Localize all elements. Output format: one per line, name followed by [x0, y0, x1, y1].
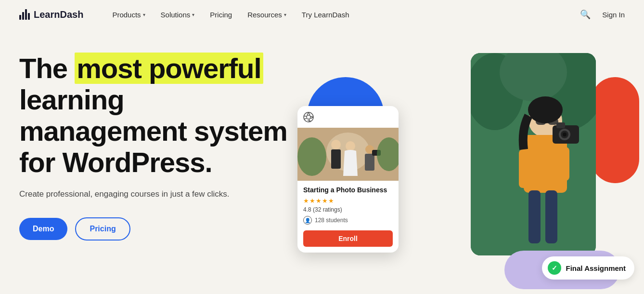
- hero-buttons: Demo Pricing: [19, 217, 289, 241]
- nav-try-learndash[interactable]: Try LearnDash: [302, 11, 349, 19]
- svg-rect-7: [557, 147, 569, 181]
- svg-rect-35: [365, 154, 374, 171]
- enroll-button[interactable]: Enroll: [303, 230, 393, 247]
- svg-point-31: [331, 140, 341, 149]
- card-course-image: [297, 128, 399, 181]
- hero-highlight: most powerful: [75, 53, 263, 84]
- hero-title: The most powerful learning management sy…: [19, 53, 289, 178]
- svg-point-38: [297, 137, 326, 176]
- chevron-down-icon: ▾: [143, 12, 145, 17]
- chevron-down-icon: ▾: [284, 12, 286, 17]
- svg-point-16: [528, 96, 563, 123]
- search-button[interactable]: 🔍: [578, 7, 592, 22]
- hero-subtitle: Create professional, engaging courses in…: [19, 188, 289, 200]
- check-icon: ✓: [548, 261, 561, 275]
- pricing-button[interactable]: Pricing: [75, 217, 130, 241]
- card-image-illustration: [297, 128, 399, 181]
- hero-right: Starting a Photo Business ★★★★★ 4.8 (32 …: [278, 29, 644, 294]
- sign-in-link[interactable]: Sign In: [602, 11, 625, 19]
- chevron-down-icon: ▾: [192, 12, 194, 17]
- svg-rect-32: [331, 149, 341, 169]
- camera-icon: [297, 106, 399, 128]
- svg-rect-17: [528, 190, 541, 243]
- red-blob-decoration: [591, 77, 639, 183]
- nav-products[interactable]: Products ▾: [112, 11, 145, 19]
- hero-left: The most powerful learning management sy…: [19, 39, 289, 294]
- svg-point-20: [307, 115, 310, 119]
- card-stars: ★★★★★: [297, 196, 399, 205]
- demo-button[interactable]: Demo: [19, 218, 67, 240]
- logo[interactable]: LearnDash: [19, 9, 83, 20]
- nav-pricing[interactable]: Pricing: [210, 11, 232, 19]
- svg-rect-6: [519, 149, 528, 188]
- logo-icon: [19, 9, 30, 20]
- nav-solutions[interactable]: Solutions ▾: [161, 11, 195, 19]
- card-rating: 4.8 (32 ratings): [297, 205, 399, 214]
- students-icon: 👤: [303, 216, 312, 225]
- svg-point-33: [346, 141, 355, 151]
- hero-section: The most powerful learning management sy…: [0, 29, 644, 294]
- search-icon: 🔍: [580, 10, 591, 19]
- svg-line-27: [304, 119, 307, 119]
- card-students: 👤 128 students: [297, 214, 399, 227]
- hero-photo: [471, 53, 596, 255]
- woman-camera-illustration: [471, 53, 596, 255]
- course-card: Starting a Photo Business ★★★★★ 4.8 (32 …: [297, 106, 399, 253]
- nav-resources[interactable]: Resources ▾: [247, 11, 286, 19]
- card-course-title: Starting a Photo Business: [297, 181, 399, 196]
- svg-point-12: [563, 133, 567, 136]
- final-assignment-label: Final Assignment: [566, 264, 626, 272]
- hero-photo-inner: [471, 53, 596, 255]
- navigation: LearnDash Products ▾ Solutions ▾ Pricing…: [0, 0, 644, 29]
- nav-actions: 🔍 Sign In: [578, 7, 625, 22]
- svg-rect-18: [545, 190, 557, 243]
- final-assignment-badge: ✓ Final Assignment: [542, 256, 634, 280]
- logo-text: LearnDash: [34, 9, 83, 20]
- nav-links: Products ▾ Solutions ▾ Pricing Resources…: [112, 11, 578, 19]
